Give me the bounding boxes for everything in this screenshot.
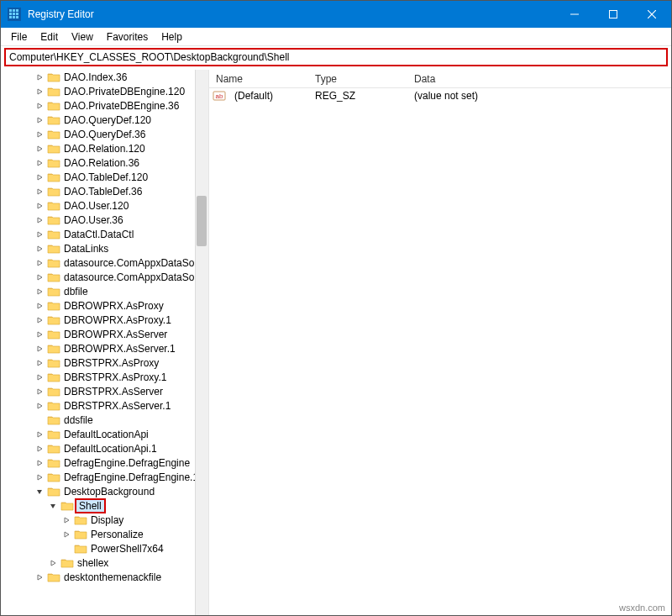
tree-item[interactable]: PowerShell7x64 xyxy=(1,541,208,555)
tree-item[interactable]: DefragEngine.DefragEngine xyxy=(1,455,208,470)
tree-item[interactable]: DBRSTPRX.AsProxy xyxy=(1,355,208,370)
tree-item[interactable]: DAO.PrivateDBEngine.36 xyxy=(1,98,208,113)
col-name[interactable]: Name xyxy=(209,73,308,85)
expand-icon[interactable] xyxy=(34,74,45,81)
expand-icon[interactable] xyxy=(34,488,45,495)
expand-icon[interactable] xyxy=(34,245,45,252)
tree-item-label: DAO.Relation.36 xyxy=(63,157,140,169)
tree-item[interactable]: datasource.ComAppxDataSour xyxy=(1,255,208,270)
menu-favorites[interactable]: Favorites xyxy=(100,29,155,45)
maximize-button[interactable] xyxy=(594,1,633,28)
tree-item[interactable]: Shell xyxy=(1,498,208,513)
tree-item[interactable]: DAO.Relation.120 xyxy=(1,141,208,155)
expand-icon[interactable] xyxy=(34,360,45,366)
tree-item[interactable]: DAO.TableDef.36 xyxy=(1,184,208,198)
expand-icon[interactable] xyxy=(34,260,45,266)
tree-item[interactable]: DAO.QueryDef.36 xyxy=(1,127,208,141)
expand-icon[interactable] xyxy=(61,531,71,538)
tree-item[interactable]: desktonthemenackfile xyxy=(1,570,208,584)
tree-item[interactable]: DBRSTPRX.AsServer xyxy=(1,384,208,398)
expand-icon[interactable] xyxy=(34,303,45,309)
tree-item[interactable]: DBROWPRX.AsServer.1 xyxy=(1,341,208,355)
expand-icon[interactable] xyxy=(34,160,45,166)
tree-item-label: DefragEngine.DefragEngine xyxy=(63,457,191,469)
tree-item[interactable]: DBROWPRX.AsProxy.1 xyxy=(1,313,208,327)
expand-icon[interactable] xyxy=(48,560,58,566)
expand-icon[interactable] xyxy=(34,288,45,295)
tree-item[interactable]: DesktopBackground xyxy=(1,484,208,498)
tree-item[interactable]: ddsfile xyxy=(1,413,208,427)
expand-icon[interactable] xyxy=(34,345,45,352)
tree-item[interactable]: DefragEngine.DefragEngine.1 xyxy=(1,470,208,484)
expand-icon[interactable] xyxy=(34,174,45,181)
expand-icon[interactable] xyxy=(34,331,45,338)
tree-item-label: DAO.Index.36 xyxy=(63,71,128,83)
expand-icon[interactable] xyxy=(34,574,45,581)
tree-item[interactable]: DAO.User.120 xyxy=(1,198,208,213)
menu-edit[interactable]: Edit xyxy=(34,29,65,45)
tree-item[interactable]: DBROWPRX.AsServer xyxy=(1,327,208,341)
menu-file[interactable]: File xyxy=(4,29,34,45)
expand-icon[interactable] xyxy=(34,374,45,381)
tree-item[interactable]: DAO.Index.36 xyxy=(1,70,208,84)
tree-item-label: DAO.QueryDef.36 xyxy=(63,129,146,140)
tree-item[interactable]: DBROWPRX.AsProxy xyxy=(1,298,208,313)
list-header: Name Type Data xyxy=(209,70,671,88)
expand-icon[interactable] xyxy=(34,460,45,466)
tree-item[interactable]: DAO.Relation.36 xyxy=(1,155,208,170)
tree-item[interactable]: DAO.PrivateDBEngine.120 xyxy=(1,84,208,98)
expand-icon[interactable] xyxy=(34,217,45,224)
minimize-button[interactable] xyxy=(555,1,594,28)
svg-rect-11 xyxy=(610,11,617,18)
tree-item[interactable]: DefaultLocationApi xyxy=(1,427,208,441)
expand-icon[interactable] xyxy=(48,503,58,509)
expand-icon[interactable] xyxy=(34,188,45,195)
tree-item-label: DataLinks xyxy=(63,243,109,255)
tree-item[interactable]: Display xyxy=(1,513,208,527)
address-bar[interactable]: Computer\HKEY_CLASSES_ROOT\DesktopBackgr… xyxy=(4,48,668,66)
expand-icon[interactable] xyxy=(34,274,45,281)
tree-item[interactable]: DBRSTPRX.AsProxy.1 xyxy=(1,370,208,384)
expand-icon[interactable] xyxy=(34,388,45,395)
expand-icon[interactable] xyxy=(34,317,45,324)
col-data[interactable]: Data xyxy=(407,73,671,85)
tree-item-label: DAO.User.120 xyxy=(63,200,129,212)
expand-icon[interactable] xyxy=(34,431,45,438)
expand-icon[interactable] xyxy=(34,103,45,109)
expand-icon[interactable] xyxy=(34,445,45,452)
list-body[interactable]: ab(Default)REG_SZ(value not set) xyxy=(209,88,671,615)
close-button[interactable] xyxy=(633,1,671,28)
folder-icon xyxy=(47,386,60,398)
folder-icon xyxy=(74,543,87,555)
tree-item[interactable]: datasource.ComAppxDataSour xyxy=(1,270,208,284)
tree-item[interactable]: DAO.TableDef.120 xyxy=(1,170,208,184)
list-row[interactable]: ab(Default)REG_SZ(value not set) xyxy=(209,88,671,103)
scrollbar-thumb[interactable] xyxy=(197,196,207,246)
tree-item[interactable]: dbfile xyxy=(1,284,208,298)
menu-view[interactable]: View xyxy=(65,29,100,45)
tree-item[interactable]: DAO.QueryDef.120 xyxy=(1,113,208,127)
tree-item[interactable]: shellex xyxy=(1,555,208,570)
tree-item[interactable]: DataLinks xyxy=(1,241,208,255)
expand-icon[interactable] xyxy=(34,231,45,238)
tree-item[interactable]: Personalize xyxy=(1,527,208,541)
expand-icon[interactable] xyxy=(34,403,45,409)
tree-item[interactable]: DefaultLocationApi.1 xyxy=(1,441,208,455)
menu-help[interactable]: Help xyxy=(155,29,189,45)
tree-item[interactable]: DataCtl.DataCtl xyxy=(1,227,208,241)
expand-icon[interactable] xyxy=(34,88,45,95)
tree-item[interactable]: DAO.User.36 xyxy=(1,213,208,227)
expand-icon[interactable] xyxy=(61,517,71,524)
tree-scrollbar[interactable] xyxy=(195,70,208,615)
expand-icon[interactable] xyxy=(34,131,45,138)
col-type[interactable]: Type xyxy=(308,73,407,85)
tree-item[interactable]: DBRSTPRX.AsServer.1 xyxy=(1,398,208,413)
tree-panel[interactable]: DAO.Index.36DAO.PrivateDBEngine.120DAO.P… xyxy=(1,70,209,615)
expand-icon[interactable] xyxy=(34,203,45,209)
expand-icon[interactable] xyxy=(34,474,45,481)
tree-item-label: DefaultLocationApi.1 xyxy=(63,443,158,455)
expand-icon[interactable] xyxy=(34,145,45,152)
content-area: DAO.Index.36DAO.PrivateDBEngine.120DAO.P… xyxy=(1,70,671,615)
expand-icon[interactable] xyxy=(34,117,45,124)
tree-item-label: Personalize xyxy=(90,529,144,540)
